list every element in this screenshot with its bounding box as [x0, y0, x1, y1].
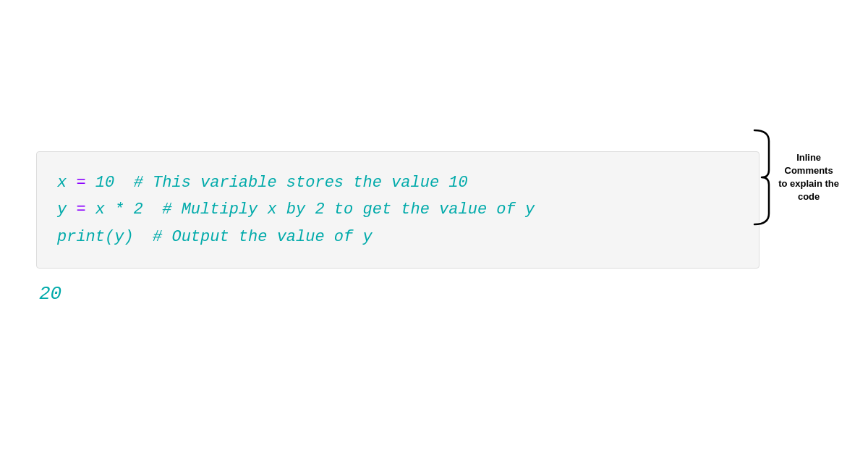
- annotation-label: InlineCommentsto explain thecode: [778, 151, 839, 204]
- code-var-x: x: [57, 174, 76, 192]
- code-print: print: [57, 228, 105, 246]
- code-val-10: 10: [86, 174, 134, 192]
- code-equals-2: =: [76, 200, 85, 219]
- annotation-container: InlineCommentsto explain thecode: [751, 127, 839, 228]
- code-print-parens: (y): [105, 228, 153, 246]
- code-block: x = 10 # This variable stores the value …: [36, 151, 760, 269]
- main-container: x = 10 # This variable stores the value …: [36, 151, 832, 305]
- code-and-output: x = 10 # This variable stores the value …: [36, 151, 832, 305]
- brace-icon: [751, 127, 773, 228]
- code-comment-1: # This variable stores the value 10: [134, 174, 468, 192]
- output-value: 20: [39, 283, 61, 305]
- code-line-3: print(y) # Output the value of y: [57, 224, 739, 250]
- code-expr-y: x * 2: [86, 200, 163, 219]
- code-equals-1: =: [76, 174, 85, 192]
- code-var-y: y: [57, 200, 76, 219]
- output-section: 20: [36, 283, 832, 305]
- code-comment-3: # Output the value of y: [153, 228, 373, 246]
- code-comment-2: # Multiply x by 2 to get the value of y: [162, 200, 535, 219]
- code-line-1: x = 10 # This variable stores the value …: [57, 169, 739, 196]
- code-line-2: y = x * 2 # Multiply x by 2 to get the v…: [57, 196, 739, 223]
